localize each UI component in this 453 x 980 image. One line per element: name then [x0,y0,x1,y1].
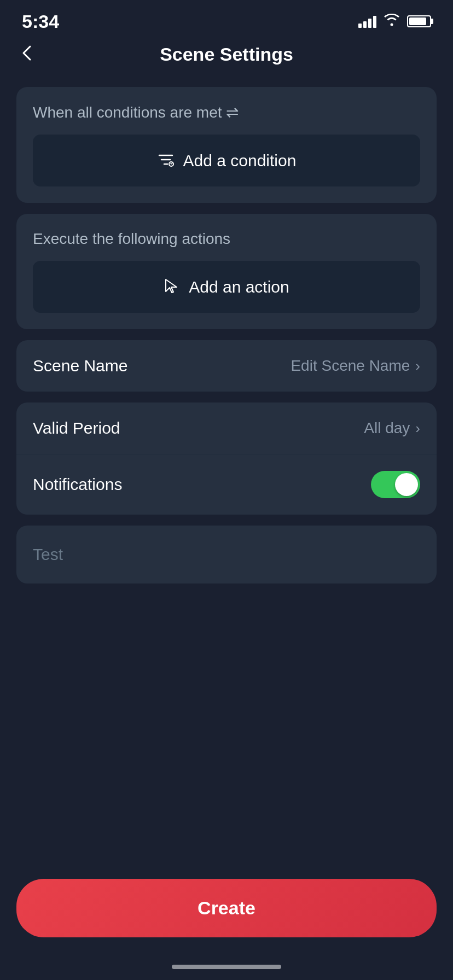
notifications-label: Notifications [33,475,122,494]
chevron-right-icon: › [415,358,420,375]
condition-card-label: When all conditions are met ⇌ [33,103,420,121]
add-condition-button[interactable]: Add a condition [33,135,420,186]
scene-name-label: Scene Name [33,357,127,375]
notifications-toggle[interactable] [371,471,420,498]
toggle-thumb [395,473,418,496]
settings-card: Valid Period All day › Notifications [16,402,437,515]
signal-icon [358,15,376,28]
scene-name-value: Edit Scene Name › [291,357,420,375]
home-bar [172,965,281,969]
action-card: Execute the following actions Add an act… [16,214,437,329]
add-condition-label: Add a condition [183,151,297,170]
test-card[interactable]: Test [16,526,437,584]
chevron-right-icon: › [415,420,420,437]
notifications-row: Notifications [16,454,437,515]
scene-name-card[interactable]: Scene Name Edit Scene Name › [16,340,437,392]
condition-card: When all conditions are met ⇌ Add a cond… [16,87,437,203]
status-bar: 5:34 [0,0,453,38]
status-icons [358,14,431,29]
main-content: When all conditions are met ⇌ Add a cond… [0,76,453,868]
cursor-icon [164,277,180,296]
action-card-label: Execute the following actions [33,230,420,248]
wifi-icon [384,14,399,29]
nav-header: Scene Settings [0,38,453,76]
edit-scene-name-text: Edit Scene Name [291,357,410,375]
add-action-button[interactable]: Add an action [33,261,420,313]
valid-period-value-text: All day [364,419,410,437]
valid-period-label: Valid Period [33,419,120,438]
home-indicator [0,959,453,980]
valid-period-row[interactable]: Valid Period All day › [16,402,437,454]
create-button-container: Create [0,868,453,959]
battery-icon [407,15,431,27]
create-button[interactable]: Create [16,879,437,937]
add-action-label: Add an action [189,278,289,296]
test-label: Test [33,545,63,563]
status-time: 5:34 [22,11,59,32]
back-button[interactable] [22,43,32,66]
filter-icon [157,151,175,170]
page-title: Scene Settings [160,44,293,65]
valid-period-value: All day › [364,419,420,437]
scene-name-row[interactable]: Scene Name Edit Scene Name › [33,340,420,392]
